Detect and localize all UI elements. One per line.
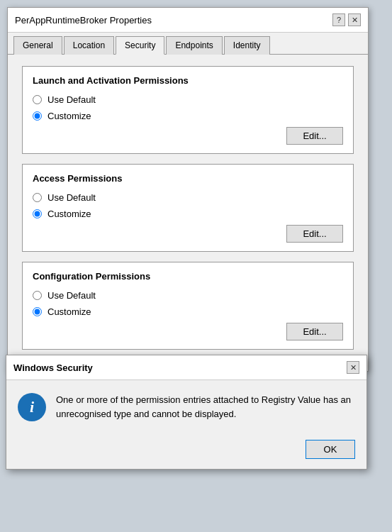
ok-button[interactable]: OK	[306, 440, 355, 459]
launch-customize-label[interactable]: Customize	[47, 111, 91, 121]
config-use-default-row: Use Default	[33, 290, 343, 301]
help-button[interactable]: ?	[332, 13, 345, 26]
tab-security[interactable]: Security	[116, 36, 164, 55]
tab-bar: General Location Security Endpoints Iden…	[8, 33, 368, 55]
title-bar-left: PerAppRuntimeBroker Properties	[15, 15, 152, 26]
access-use-default-label[interactable]: Use Default	[47, 192, 96, 203]
tab-general[interactable]: General	[13, 36, 62, 55]
access-footer: Edit...	[33, 225, 343, 243]
launch-use-default-radio[interactable]	[33, 95, 42, 104]
close-button[interactable]: ✕	[348, 13, 361, 26]
info-icon: i	[18, 393, 46, 421]
security-close-button[interactable]: ✕	[347, 361, 359, 374]
dialog-title: PerAppRuntimeBroker Properties	[15, 15, 152, 26]
security-footer: OK	[6, 434, 366, 469]
tab-endpoints[interactable]: Endpoints	[166, 36, 222, 55]
security-content: i One or more of the permission entries …	[6, 380, 366, 434]
config-customize-row: Customize	[33, 306, 343, 317]
title-bar: PerAppRuntimeBroker Properties ? ✕	[8, 8, 368, 33]
launch-footer: Edit...	[33, 127, 343, 145]
launch-use-default-label[interactable]: Use Default	[47, 94, 96, 105]
security-dialog-title: Windows Security	[13, 362, 93, 373]
config-permissions-title: Configuration Permissions	[33, 271, 343, 282]
config-use-default-label[interactable]: Use Default	[47, 290, 96, 301]
launch-customize-row: Customize	[33, 111, 343, 121]
access-customize-radio[interactable]	[33, 209, 42, 218]
access-use-default-radio[interactable]	[33, 193, 42, 202]
access-customize-row: Customize	[33, 209, 343, 219]
config-customize-radio[interactable]	[33, 307, 42, 316]
access-permissions-title: Access Permissions	[33, 173, 343, 184]
launch-activation-title: Launch and Activation Permissions	[33, 75, 343, 86]
launch-use-default-row: Use Default	[33, 94, 343, 105]
access-edit-button[interactable]: Edit...	[286, 225, 343, 243]
tab-identity[interactable]: Identity	[224, 36, 270, 55]
launch-activation-section: Launch and Activation Permissions Use De…	[22, 66, 354, 154]
tab-location[interactable]: Location	[64, 36, 114, 55]
main-dialog: PerAppRuntimeBroker Properties ? ✕ Gener…	[7, 7, 369, 372]
access-permissions-section: Access Permissions Use Default Customize…	[22, 164, 354, 252]
security-dialog: Windows Security ✕ i One or more of the …	[6, 355, 367, 470]
title-bar-controls: ? ✕	[332, 13, 361, 26]
config-permissions-section: Configuration Permissions Use Default Cu…	[22, 262, 354, 350]
config-use-default-radio[interactable]	[33, 291, 42, 300]
config-customize-label[interactable]: Customize	[47, 306, 91, 317]
access-customize-label[interactable]: Customize	[47, 209, 91, 219]
launch-edit-button[interactable]: Edit...	[286, 127, 343, 145]
config-edit-button[interactable]: Edit...	[286, 323, 343, 340]
access-use-default-row: Use Default	[33, 192, 343, 203]
tab-content: Launch and Activation Permissions Use De…	[8, 55, 368, 371]
security-message: One or more of the permission entries at…	[56, 393, 355, 421]
launch-customize-radio[interactable]	[33, 111, 42, 121]
security-title-bar: Windows Security ✕	[6, 355, 366, 380]
config-footer: Edit...	[33, 323, 343, 340]
